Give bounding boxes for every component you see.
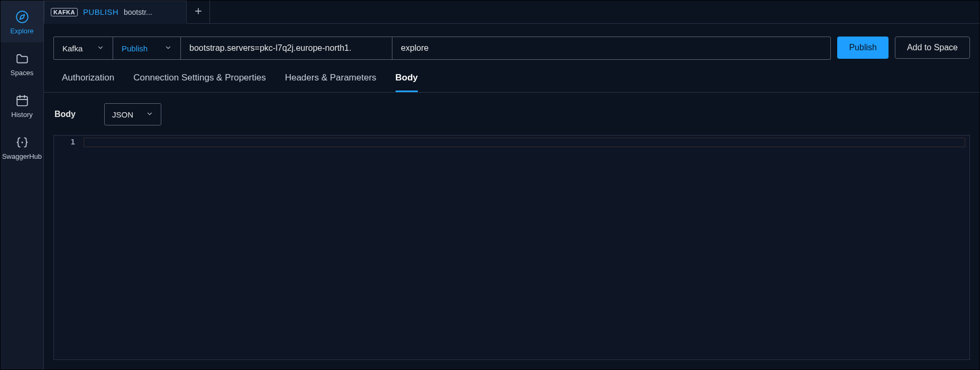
- svg-point-6: [22, 142, 22, 142]
- braces-icon: [15, 136, 29, 149]
- tab-protocol-badge: KAFKA: [51, 8, 78, 16]
- chevron-down-icon: [97, 44, 104, 53]
- request-tab[interactable]: KAFKA PUBLISH bootstr...: [44, 1, 187, 24]
- sidebar-item-label: Spaces: [11, 69, 33, 77]
- sidebar-item-explore[interactable]: Explore: [1, 1, 43, 42]
- tab-headers-parameters[interactable]: Headers & Parameters: [285, 73, 377, 92]
- sidebar-item-history[interactable]: History: [1, 84, 43, 126]
- left-sidebar: Explore Spaces History SwaggerHub: [1, 1, 44, 369]
- compass-icon: [15, 10, 29, 24]
- body-editor[interactable]: 1: [53, 135, 970, 360]
- server-input-wrapper: [181, 37, 392, 59]
- operation-label: Publish: [122, 44, 148, 53]
- server-input[interactable]: [189, 43, 383, 53]
- sidebar-item-label: History: [11, 111, 32, 119]
- sidebar-item-swaggerhub[interactable]: SwaggerHub: [1, 126, 43, 168]
- sidebar-item-label: SwaggerHub: [2, 152, 42, 160]
- body-section: Body JSON 1: [44, 93, 979, 369]
- tab-connection-settings[interactable]: Connection Settings & Properties: [133, 73, 265, 92]
- svg-marker-1: [20, 15, 24, 20]
- calendar-icon: [15, 94, 29, 107]
- sidebar-item-label: Explore: [10, 27, 33, 35]
- editor-gutter: 1: [54, 136, 80, 359]
- protocol-label: Kafka: [62, 44, 83, 53]
- body-title-label: Body: [54, 110, 76, 119]
- main-area: KAFKA PUBLISH bootstr... Kafka: [44, 1, 979, 369]
- add-to-space-button[interactable]: Add to Space: [895, 37, 970, 59]
- topic-input-wrapper: [392, 37, 830, 59]
- plus-icon: [194, 6, 203, 18]
- add-tab-button[interactable]: [187, 1, 210, 23]
- tab-name-label: bootstr...: [124, 8, 152, 16]
- editor-content[interactable]: [80, 136, 969, 359]
- body-header: Body JSON: [53, 103, 970, 125]
- operation-select[interactable]: Publish: [113, 37, 181, 59]
- tab-method-label: PUBLISH: [83, 7, 118, 16]
- publish-button[interactable]: Publish: [837, 37, 888, 59]
- request-url-row: Kafka Publish Publish: [44, 24, 979, 60]
- line-number: 1: [54, 138, 75, 146]
- svg-point-0: [16, 11, 28, 23]
- chevron-down-icon: [146, 110, 153, 119]
- body-format-select[interactable]: JSON: [104, 103, 161, 125]
- sidebar-item-spaces[interactable]: Spaces: [1, 42, 43, 84]
- topic-input[interactable]: [401, 43, 822, 53]
- app-root: Explore Spaces History SwaggerHub KAFKA: [0, 0, 980, 370]
- protocol-select[interactable]: Kafka: [54, 37, 113, 59]
- svg-rect-2: [17, 96, 28, 105]
- tab-body[interactable]: Body: [396, 73, 418, 92]
- tab-authorization[interactable]: Authorization: [62, 73, 114, 92]
- tab-bar: KAFKA PUBLISH bootstr...: [44, 1, 979, 24]
- request-url-bar: Kafka Publish: [53, 37, 831, 60]
- request-section-tabs: Authorization Connection Settings & Prop…: [44, 60, 979, 93]
- body-format-label: JSON: [112, 110, 133, 119]
- chevron-down-icon: [164, 44, 172, 53]
- folder-icon: [15, 52, 29, 66]
- editor-line[interactable]: [84, 138, 965, 147]
